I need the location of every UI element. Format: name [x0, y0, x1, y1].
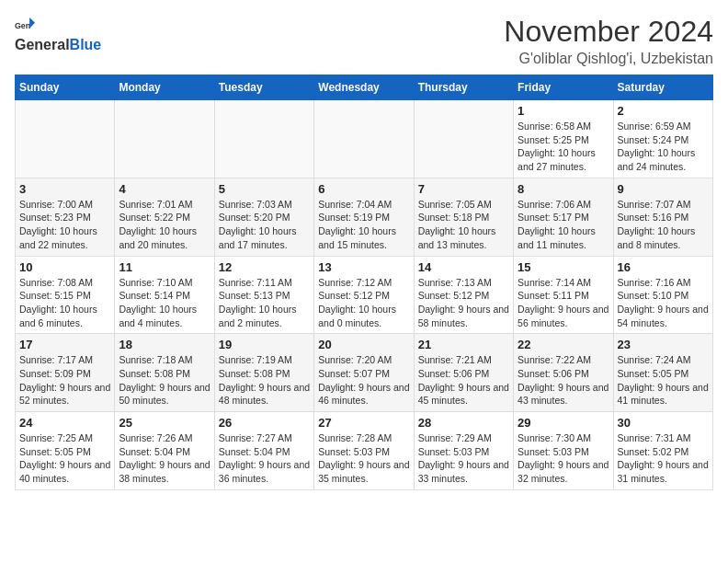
day-number: 30 [618, 416, 709, 430]
day-info: Sunrise: 7:24 AM Sunset: 5:05 PM Dayligh… [618, 353, 709, 408]
calendar-cell: 4Sunrise: 7:01 AM Sunset: 5:22 PM Daylig… [115, 178, 214, 256]
calendar-cell: 6Sunrise: 7:04 AM Sunset: 5:19 PM Daylig… [314, 178, 414, 256]
calendar-body: 1Sunrise: 6:58 AM Sunset: 5:25 PM Daylig… [16, 100, 713, 490]
day-info: Sunrise: 7:18 AM Sunset: 5:08 PM Dayligh… [119, 353, 210, 408]
day-info: Sunrise: 7:29 AM Sunset: 5:03 PM Dayligh… [418, 431, 509, 486]
calendar-cell: 21Sunrise: 7:21 AM Sunset: 5:06 PM Dayli… [414, 334, 513, 412]
day-info: Sunrise: 7:19 AM Sunset: 5:08 PM Dayligh… [219, 353, 310, 408]
header: Gen GeneralBlue November 2024 G'oliblar … [15, 15, 713, 67]
calendar-cell: 19Sunrise: 7:19 AM Sunset: 5:08 PM Dayli… [214, 334, 313, 412]
generalblue-icon: Gen [15, 15, 35, 35]
calendar-cell: 8Sunrise: 7:06 AM Sunset: 5:17 PM Daylig… [514, 178, 613, 256]
calendar-week-row: 24Sunrise: 7:25 AM Sunset: 5:05 PM Dayli… [16, 412, 713, 490]
day-info: Sunrise: 7:22 AM Sunset: 5:06 PM Dayligh… [518, 353, 609, 408]
calendar-cell: 18Sunrise: 7:18 AM Sunset: 5:08 PM Dayli… [115, 334, 214, 412]
day-number: 12 [219, 260, 310, 274]
weekday-header-wednesday: Wednesday [314, 75, 414, 100]
day-info: Sunrise: 7:12 AM Sunset: 5:12 PM Dayligh… [318, 276, 409, 330]
day-number: 27 [318, 416, 409, 430]
day-number: 7 [418, 182, 509, 196]
logo-blue-text: Blue [70, 37, 102, 53]
day-number: 3 [19, 182, 110, 196]
day-info: Sunrise: 7:07 AM Sunset: 5:16 PM Dayligh… [618, 198, 709, 252]
calendar-cell: 1Sunrise: 6:58 AM Sunset: 5:25 PM Daylig… [514, 100, 613, 178]
day-number: 14 [418, 260, 509, 274]
calendar-cell: 24Sunrise: 7:25 AM Sunset: 5:05 PM Dayli… [16, 412, 115, 490]
day-info: Sunrise: 7:30 AM Sunset: 5:03 PM Dayligh… [518, 431, 609, 486]
day-info: Sunrise: 7:08 AM Sunset: 5:15 PM Dayligh… [19, 276, 110, 330]
calendar-cell [314, 100, 414, 178]
calendar-cell [414, 100, 513, 178]
weekday-header-thursday: Thursday [414, 75, 513, 100]
day-number: 16 [618, 260, 709, 274]
day-info: Sunrise: 7:00 AM Sunset: 5:23 PM Dayligh… [19, 198, 110, 252]
day-number: 2 [618, 104, 709, 118]
calendar-week-row: 1Sunrise: 6:58 AM Sunset: 5:25 PM Daylig… [16, 100, 713, 178]
calendar-cell: 2Sunrise: 6:59 AM Sunset: 5:24 PM Daylig… [613, 100, 712, 178]
calendar-cell: 20Sunrise: 7:20 AM Sunset: 5:07 PM Dayli… [314, 334, 414, 412]
calendar-cell: 30Sunrise: 7:31 AM Sunset: 5:02 PM Dayli… [613, 412, 712, 490]
calendar-cell [16, 100, 115, 178]
day-number: 24 [19, 416, 110, 430]
day-info: Sunrise: 7:10 AM Sunset: 5:14 PM Dayligh… [119, 276, 210, 330]
day-info: Sunrise: 6:59 AM Sunset: 5:24 PM Dayligh… [618, 120, 709, 174]
day-info: Sunrise: 7:05 AM Sunset: 5:18 PM Dayligh… [418, 198, 509, 252]
day-info: Sunrise: 7:26 AM Sunset: 5:04 PM Dayligh… [119, 431, 210, 486]
day-info: Sunrise: 7:14 AM Sunset: 5:11 PM Dayligh… [518, 276, 609, 330]
calendar-cell [115, 100, 214, 178]
day-number: 20 [318, 338, 409, 351]
calendar-week-row: 3Sunrise: 7:00 AM Sunset: 5:23 PM Daylig… [16, 178, 713, 256]
day-info: Sunrise: 7:31 AM Sunset: 5:02 PM Dayligh… [618, 431, 709, 486]
calendar-cell: 13Sunrise: 7:12 AM Sunset: 5:12 PM Dayli… [314, 256, 414, 334]
weekday-header-sunday: Sunday [16, 75, 115, 100]
day-number: 29 [518, 416, 609, 430]
calendar-cell: 3Sunrise: 7:00 AM Sunset: 5:23 PM Daylig… [16, 178, 115, 256]
logo: Gen GeneralBlue [15, 15, 101, 53]
day-number: 5 [219, 182, 310, 196]
day-number: 21 [418, 338, 509, 351]
calendar-cell: 10Sunrise: 7:08 AM Sunset: 5:15 PM Dayli… [16, 256, 115, 334]
location-title: G'oliblar Qishlog'i, Uzbekistan [504, 51, 713, 67]
day-number: 10 [19, 260, 110, 274]
day-number: 19 [219, 338, 310, 351]
day-number: 26 [219, 416, 310, 430]
day-info: Sunrise: 7:01 AM Sunset: 5:22 PM Dayligh… [119, 198, 210, 252]
calendar-cell: 5Sunrise: 7:03 AM Sunset: 5:20 PM Daylig… [214, 178, 313, 256]
calendar-cell: 15Sunrise: 7:14 AM Sunset: 5:11 PM Dayli… [514, 256, 613, 334]
day-info: Sunrise: 7:25 AM Sunset: 5:05 PM Dayligh… [19, 431, 110, 486]
day-info: Sunrise: 7:17 AM Sunset: 5:09 PM Dayligh… [19, 353, 110, 408]
calendar: SundayMondayTuesdayWednesdayThursdayFrid… [15, 75, 713, 490]
calendar-week-row: 10Sunrise: 7:08 AM Sunset: 5:15 PM Dayli… [16, 256, 713, 334]
day-info: Sunrise: 6:58 AM Sunset: 5:25 PM Dayligh… [518, 120, 609, 174]
calendar-cell: 23Sunrise: 7:24 AM Sunset: 5:05 PM Dayli… [613, 334, 712, 412]
month-title: November 2024 [504, 15, 713, 49]
calendar-cell: 12Sunrise: 7:11 AM Sunset: 5:13 PM Dayli… [214, 256, 313, 334]
calendar-cell: 29Sunrise: 7:30 AM Sunset: 5:03 PM Dayli… [514, 412, 613, 490]
day-number: 28 [418, 416, 509, 430]
day-info: Sunrise: 7:11 AM Sunset: 5:13 PM Dayligh… [219, 276, 310, 330]
calendar-cell: 16Sunrise: 7:16 AM Sunset: 5:10 PM Dayli… [613, 256, 712, 334]
day-number: 18 [119, 338, 210, 351]
calendar-cell: 17Sunrise: 7:17 AM Sunset: 5:09 PM Dayli… [16, 334, 115, 412]
day-info: Sunrise: 7:03 AM Sunset: 5:20 PM Dayligh… [219, 198, 310, 252]
day-number: 9 [618, 182, 709, 196]
svg-text:Gen: Gen [15, 21, 30, 30]
calendar-cell: 7Sunrise: 7:05 AM Sunset: 5:18 PM Daylig… [414, 178, 513, 256]
calendar-cell: 9Sunrise: 7:07 AM Sunset: 5:16 PM Daylig… [613, 178, 712, 256]
calendar-cell: 28Sunrise: 7:29 AM Sunset: 5:03 PM Dayli… [414, 412, 513, 490]
weekday-header-monday: Monday [115, 75, 214, 100]
calendar-cell: 27Sunrise: 7:28 AM Sunset: 5:03 PM Dayli… [314, 412, 414, 490]
day-number: 8 [518, 182, 609, 196]
day-number: 1 [518, 104, 609, 118]
logo-general-text: General [15, 37, 70, 53]
calendar-week-row: 17Sunrise: 7:17 AM Sunset: 5:09 PM Dayli… [16, 334, 713, 412]
day-info: Sunrise: 7:04 AM Sunset: 5:19 PM Dayligh… [318, 198, 409, 252]
day-number: 6 [318, 182, 409, 196]
day-number: 13 [318, 260, 409, 274]
day-info: Sunrise: 7:27 AM Sunset: 5:04 PM Dayligh… [219, 431, 310, 486]
day-number: 4 [119, 182, 210, 196]
day-number: 23 [618, 338, 709, 351]
calendar-cell: 26Sunrise: 7:27 AM Sunset: 5:04 PM Dayli… [214, 412, 313, 490]
calendar-cell [214, 100, 313, 178]
day-number: 15 [518, 260, 609, 274]
